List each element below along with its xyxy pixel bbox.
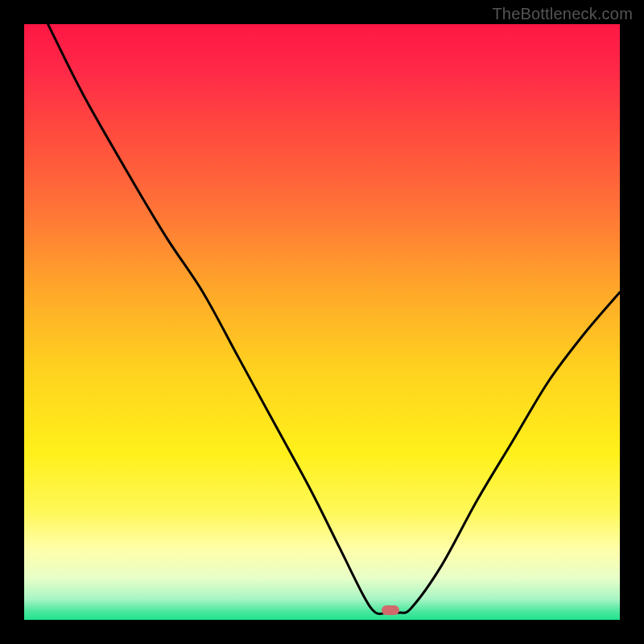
optimal-point-marker: [382, 605, 399, 615]
gradient-background: [24, 24, 620, 620]
bottleneck-chart: [24, 24, 620, 620]
watermark-text: TheBottleneck.com: [492, 5, 633, 23]
chart-frame: TheBottleneck.com: [0, 0, 644, 644]
